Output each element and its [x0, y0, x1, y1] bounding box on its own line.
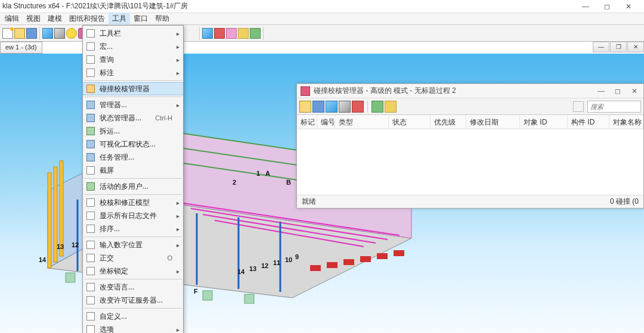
col-objid[interactable]: 对象 ID: [520, 115, 568, 129]
view3d-icon[interactable]: [42, 28, 53, 39]
dialog-run-icon[interactable]: [326, 101, 338, 113]
menu-item-2[interactable]: 查询: [83, 53, 183, 66]
menu-item-accel: O: [167, 254, 172, 262]
favorite-icon[interactable]: [66, 28, 77, 39]
dialog-grid-body[interactable]: [297, 129, 643, 195]
menu-view[interactable]: 视图: [23, 13, 44, 25]
tool-b-icon[interactable]: [214, 28, 225, 39]
menu-item-7[interactable]: 拆运...: [83, 125, 183, 138]
menu-item-icon: [84, 197, 97, 208]
menu-item-icon: [84, 99, 97, 110]
menu-item-14[interactable]: 排序...: [83, 222, 183, 235]
menu-item-13[interactable]: 显示所有日志文件: [83, 209, 183, 222]
svg-rect-28: [48, 173, 51, 268]
grid-label: 12: [261, 262, 268, 269]
grid-label: 13: [249, 265, 256, 272]
tool-d-icon[interactable]: [238, 28, 249, 39]
menu-item-15[interactable]: 输入数字位置: [83, 238, 183, 251]
menu-item-label: 查询: [100, 55, 172, 65]
view-minimize-button[interactable]: —: [593, 42, 609, 52]
grid-label: 13: [57, 243, 64, 250]
menu-edit[interactable]: 编辑: [1, 13, 23, 25]
menu-item-4[interactable]: 碰撞校核管理器: [83, 82, 183, 95]
grid-label: B: [286, 179, 291, 186]
minimize-button[interactable]: —: [578, 2, 593, 11]
menu-item-icon: [84, 239, 97, 250]
menu-item-icon: [84, 210, 97, 221]
menu-item-8[interactable]: 可视化工程状态...: [83, 138, 183, 151]
dialog-del-icon[interactable]: [352, 101, 364, 113]
main-titlebar: kla Structures x64 - F:\2021续\天津腾讯\101号建…: [0, 0, 644, 13]
dialog-ok-icon[interactable]: [371, 101, 383, 113]
dialog-open-icon[interactable]: [299, 101, 311, 113]
menu-report[interactable]: 图纸和报告: [66, 13, 109, 25]
menu-model[interactable]: 建模: [44, 13, 66, 25]
view-tab-label: ew 1 - (3d): [5, 43, 37, 51]
open-icon[interactable]: [14, 28, 25, 39]
dialog-statusbar: 就绪 0 碰撞 (0: [297, 195, 643, 208]
view-maximize-button[interactable]: ❐: [610, 42, 627, 52]
menu-tools[interactable]: 工具: [109, 13, 130, 25]
menu-item-3[interactable]: 标注: [83, 66, 183, 79]
col-status[interactable]: 状态: [389, 115, 431, 129]
view-tab-3d[interactable]: ew 1 - (3d): [0, 42, 42, 54]
col-number[interactable]: 编号: [317, 115, 335, 129]
menu-item-17[interactable]: 坐标锁定: [83, 264, 183, 278]
dialog-save-icon[interactable]: [312, 101, 324, 113]
menu-item-9[interactable]: 任务管理...: [83, 151, 183, 164]
menu-item-label: 碰撞校核管理器: [100, 84, 172, 94]
menu-item-label: 坐标锁定: [100, 266, 172, 276]
menu-item-icon: [84, 223, 97, 234]
maximize-button[interactable]: ◻: [600, 2, 614, 11]
menu-item-label: 自定义...: [100, 312, 172, 322]
menu-item-1[interactable]: 宏...: [83, 40, 183, 53]
new-icon[interactable]: [2, 28, 13, 39]
clash-manager-dialog[interactable]: 碰撞校核管理器 - 高级的 模式 - 无标题过程 2 — ◻ ✕ 标记 编号 类…: [296, 83, 644, 208]
menu-item-18[interactable]: 改变语言...: [83, 281, 183, 294]
tool-e-icon[interactable]: [250, 28, 261, 39]
tool-c-icon[interactable]: [226, 28, 237, 39]
menu-item-6[interactable]: 状态管理器...Ctrl-H: [83, 111, 183, 125]
dialog-minimize-button[interactable]: —: [596, 87, 606, 95]
menu-item-21[interactable]: 选项: [83, 323, 183, 333]
col-objname[interactable]: 对象名称: [609, 115, 643, 129]
separator: [367, 101, 368, 112]
menu-item-icon: [84, 83, 97, 94]
dialog-maximize-button[interactable]: ◻: [612, 87, 623, 95]
dialog-warn-icon[interactable]: [385, 101, 397, 113]
close-button[interactable]: ✕: [621, 2, 636, 11]
col-mark[interactable]: 标记: [297, 115, 317, 129]
dialog-filter-icon[interactable]: [573, 101, 584, 112]
col-priority[interactable]: 优先级: [431, 115, 466, 129]
menu-item-12[interactable]: 校核和修正模型: [83, 196, 183, 209]
app-title: kla Structures x64 - F:\2021续\天津腾讯\101号建…: [2, 1, 578, 11]
view-close-button[interactable]: ✕: [627, 42, 644, 52]
menu-item-20[interactable]: 自定义...: [83, 310, 183, 323]
save-icon[interactable]: [26, 28, 37, 39]
svg-rect-19: [360, 256, 371, 262]
svg-rect-30: [60, 161, 63, 256]
dialog-stop-icon[interactable]: [339, 101, 351, 113]
window-controls: — ◻ ✕: [578, 2, 642, 11]
menu-item-16[interactable]: 正交O: [83, 251, 183, 264]
menu-item-19[interactable]: 改变许可证服务器...: [83, 294, 183, 307]
toolbar-misc-group: [199, 27, 264, 40]
menu-item-11[interactable]: 活动的多用户...: [83, 180, 183, 193]
dialog-grid-header: 标记 编号 类型 状态 优先级 修改日期 对象 ID 构件 ID 对象名称: [297, 115, 643, 129]
menu-item-label: 选项: [100, 325, 172, 334]
viewplan-icon[interactable]: [54, 28, 65, 39]
menu-item-5[interactable]: 管理器...: [83, 98, 183, 111]
col-compid[interactable]: 构件 ID: [568, 115, 609, 129]
menu-item-label: 改变许可证服务器...: [100, 295, 172, 306]
menu-help[interactable]: 帮助: [151, 13, 173, 25]
tool-a-icon[interactable]: [202, 28, 213, 39]
dialog-search-input[interactable]: [587, 101, 641, 113]
dialog-close-button[interactable]: ✕: [629, 87, 640, 95]
menu-window[interactable]: 窗口: [130, 13, 151, 25]
menu-item-0[interactable]: 工具栏: [83, 27, 183, 40]
menu-item-icon: [84, 282, 97, 292]
menu-item-10[interactable]: 截屏: [83, 164, 183, 177]
col-date[interactable]: 修改日期: [466, 115, 520, 129]
dialog-titlebar[interactable]: 碰撞校核管理器 - 高级的 模式 - 无标题过程 2 — ◻ ✕: [297, 84, 643, 98]
col-type[interactable]: 类型: [335, 115, 389, 129]
